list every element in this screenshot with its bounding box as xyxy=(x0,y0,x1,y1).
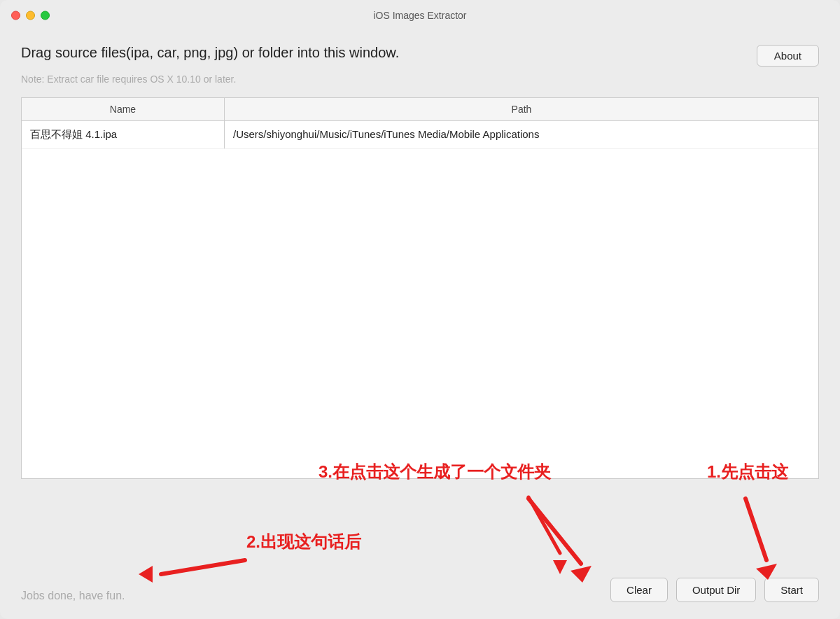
col-path-header: Path xyxy=(225,98,818,120)
top-row: Drag source files(ipa, car, png, jpg) or… xyxy=(21,45,819,67)
drag-instruction: Drag source files(ipa, car, png, jpg) or… xyxy=(21,45,399,61)
table-header: Name Path xyxy=(22,98,818,121)
maximize-button[interactable] xyxy=(41,11,50,20)
bottom-buttons: Clear Output Dir Start xyxy=(610,578,819,602)
app-window: iOS Images Extractor Drag source files(i… xyxy=(0,0,840,619)
status-text: Jobs done, have fun. xyxy=(21,590,125,602)
start-button[interactable]: Start xyxy=(764,578,819,602)
file-table: Name Path 百思不得姐 4.1.ipa /Users/shiyonghu… xyxy=(21,97,819,479)
about-button[interactable]: About xyxy=(757,45,819,67)
note-text: Note: Extract car file requires OS X 10.… xyxy=(21,74,819,85)
table-body: 百思不得姐 4.1.ipa /Users/shiyonghui/Music/iT… xyxy=(22,121,818,478)
output-dir-button[interactable]: Output Dir xyxy=(676,578,756,602)
minimize-button[interactable] xyxy=(26,11,35,20)
window-title: iOS Images Extractor xyxy=(373,10,466,21)
bottom-bar: Jobs done, have fun. Clear Output Dir St… xyxy=(0,493,840,619)
table-row[interactable]: 百思不得姐 4.1.ipa /Users/shiyonghui/Music/iT… xyxy=(22,121,818,149)
close-button[interactable] xyxy=(11,11,20,20)
clear-button[interactable]: Clear xyxy=(610,578,668,602)
col-name-header: Name xyxy=(22,98,225,120)
traffic-lights xyxy=(11,11,50,20)
titlebar: iOS Images Extractor xyxy=(0,0,840,31)
cell-path: /Users/shiyonghui/Music/iTunes/iTunes Me… xyxy=(225,121,818,148)
cell-name: 百思不得姐 4.1.ipa xyxy=(22,121,225,148)
main-content: Drag source files(ipa, car, png, jpg) or… xyxy=(0,31,840,493)
